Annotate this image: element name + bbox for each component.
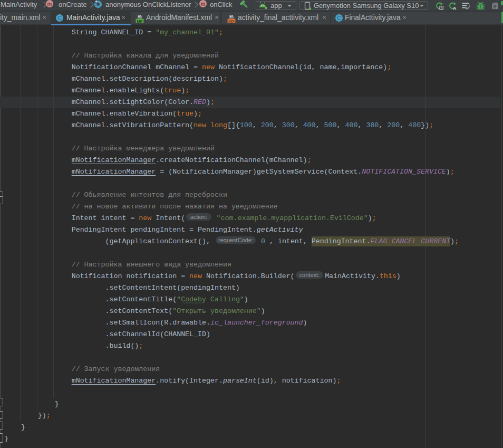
- svg-text:m: m: [47, 1, 52, 7]
- svg-text:C: C: [337, 15, 341, 21]
- svg-text:MF: MF: [137, 19, 143, 24]
- svg-text:A: A: [453, 5, 457, 11]
- svg-text:m: m: [201, 1, 206, 7]
- svg-text:C: C: [57, 15, 61, 21]
- svg-text:</>: </>: [228, 19, 235, 24]
